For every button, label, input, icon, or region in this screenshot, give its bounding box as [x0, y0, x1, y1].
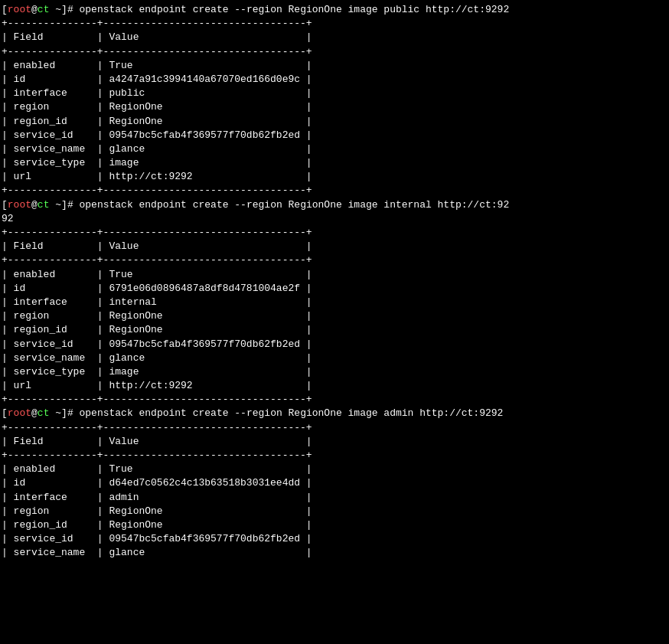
table2-row-enabled: | enabled | True |	[0, 268, 669, 282]
table2-header: | Field | Value |	[0, 240, 669, 253]
prompt-root-1: root	[8, 4, 31, 15]
prompt-cmd-1: openstack endpoint create --region Regio…	[73, 4, 510, 15]
command-line-3: [root@ct ~]# openstack endpoint create -…	[0, 407, 669, 420]
command-line-2a: [root@ct ~]# openstack endpoint create -…	[0, 198, 669, 212]
prompt-hash-3: #	[67, 407, 73, 419]
table2-row-interface: | interface | internal |	[0, 296, 669, 309]
prompt-at-1: @	[31, 4, 38, 15]
prompt-hash-2: #	[67, 199, 73, 211]
table1-border-mid: +---------------+-----------------------…	[0, 45, 669, 59]
prompt-path-2: ~	[49, 199, 61, 211]
prompt-bracket-2: [	[2, 199, 8, 211]
table1-row-url: | url | http://ct:9292 |	[0, 170, 669, 184]
prompt-bracket-3: [	[2, 407, 8, 419]
table1-border-bottom: +---------------+-----------------------…	[0, 184, 669, 198]
table1-row-interface: | interface | public |	[0, 87, 669, 100]
prompt-root-2: root	[8, 199, 31, 211]
table3-border-top: +---------------+-----------------------…	[0, 421, 669, 435]
table1-row-service-type: | service_type | image |	[0, 156, 669, 170]
prompt-cmd-2: openstack endpoint create --region Regio…	[73, 199, 510, 211]
table3-border-mid: +---------------+-----------------------…	[0, 449, 669, 463]
prompt-root-3: root	[8, 407, 31, 419]
table1-row-region-id: | region_id | RegionOne |	[0, 115, 669, 129]
table1-row-id: | id | a4247a91c3994140a67070ed166d0e9c …	[0, 73, 669, 87]
table3-row-interface: | interface | admin |	[0, 491, 669, 505]
table2-border-bottom: +---------------+-----------------------…	[0, 393, 669, 407]
table2-row-region: | region | RegionOne |	[0, 309, 669, 323]
prompt-bracket-1: [	[2, 4, 8, 15]
table2-border-top: +---------------+-----------------------…	[0, 226, 669, 240]
prompt-at-3: @	[31, 407, 38, 419]
table2-row-service-name: | service_name | glance |	[0, 351, 669, 365]
table1-row-service-id: | service_id | 09547bc5cfab4f369577f70db…	[0, 129, 669, 142]
table3-row-region: | region | RegionOne |	[0, 505, 669, 518]
prompt-cmd-3: openstack endpoint create --region Regio…	[73, 407, 504, 419]
prompt-host-3: ct	[38, 407, 50, 419]
table2-row-service-type: | service_type | image |	[0, 365, 669, 379]
table1-row-region: | region | RegionOne |	[0, 100, 669, 114]
prompt-bracket-close-2: ]	[61, 199, 67, 211]
command-line-2b: 92	[0, 212, 669, 226]
table1-row-service-name: | service_name | glance |	[0, 142, 669, 156]
table3-row-id: | id | d64ed7c0562c4c13b63518b3031ee4dd …	[0, 476, 669, 490]
table2-row-id: | id | 6791e06d0896487a8df8d4781004ae2f …	[0, 282, 669, 296]
table1-row-enabled: | enabled | True |	[0, 59, 669, 73]
prompt-bracket-close-3: ]	[61, 407, 67, 419]
prompt-host-1: ct	[38, 4, 50, 15]
table2-row-region-id: | region_id | RegionOne |	[0, 323, 669, 337]
prompt-path-3: ~	[49, 407, 61, 419]
prompt-at-2: @	[31, 199, 38, 211]
table3-row-region-id: | region_id | RegionOne |	[0, 518, 669, 532]
prompt-cmd-2b: 92	[2, 213, 14, 224]
command-line-1: [root@ct ~]# openstack endpoint create -…	[0, 3, 669, 17]
table3-header: | Field | Value |	[0, 435, 669, 449]
prompt-path-1: ~	[49, 4, 61, 15]
table1-header: | Field | Value |	[0, 31, 669, 44]
table3-row-enabled: | enabled | True |	[0, 463, 669, 476]
table3-row-service-name: | service_name | glance |	[0, 546, 669, 560]
table1-border-top: +---------------+-----------------------…	[0, 17, 669, 31]
table2-border-mid: +---------------+-----------------------…	[0, 253, 669, 267]
table2-row-service-id: | service_id | 09547bc5cfab4f369577f70db…	[0, 338, 669, 351]
table3-row-service-id: | service_id | 09547bc5cfab4f369577f70db…	[0, 532, 669, 546]
table2-row-url: | url | http://ct:9292 |	[0, 379, 669, 393]
prompt-host-2: ct	[38, 199, 50, 211]
terminal-window: [root@ct ~]# openstack endpoint create -…	[0, 0, 669, 564]
prompt-bracket-close-1: ]	[61, 4, 67, 15]
prompt-hash-1: #	[67, 4, 73, 15]
